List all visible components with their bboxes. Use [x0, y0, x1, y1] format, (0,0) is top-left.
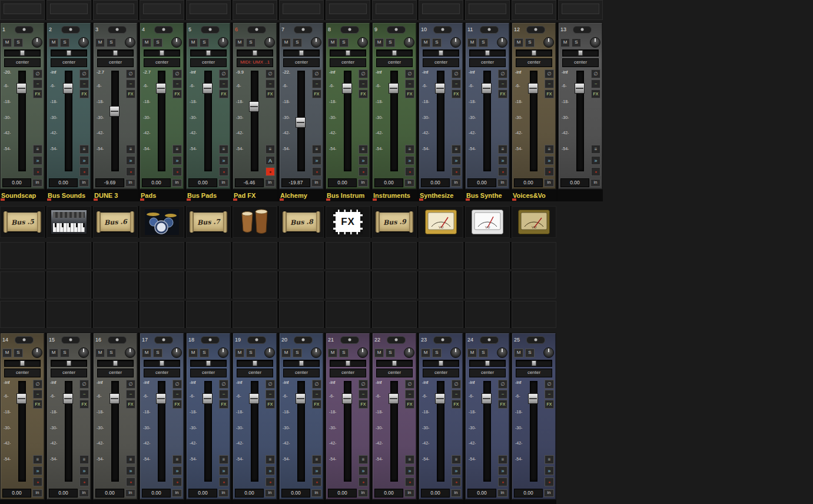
record-button[interactable]: ● — [219, 478, 228, 486]
solo-button[interactable]: S — [386, 38, 395, 47]
volume-fader[interactable] — [437, 71, 444, 171]
fx-button[interactable]: FX — [266, 89, 275, 98]
pan-knob[interactable] — [450, 347, 461, 358]
pan-slider-handle[interactable] — [160, 360, 165, 366]
monitor-button[interactable]: » — [359, 466, 368, 475]
solo-button[interactable]: S — [293, 38, 302, 47]
record-arm-pill[interactable] — [108, 26, 127, 34]
track-name-cell[interactable] — [419, 500, 463, 504]
monitor-button[interactable]: » — [498, 156, 507, 165]
pan-knob[interactable] — [218, 347, 228, 358]
volume-fader[interactable] — [111, 71, 119, 171]
mute-button[interactable]: M — [374, 38, 384, 47]
envelope-button[interactable]: ~ — [359, 79, 368, 88]
solo-button[interactable]: S — [525, 349, 535, 357]
track-icon-cell[interactable]: Bus .7 — [186, 206, 231, 238]
fx-button[interactable]: FX — [79, 89, 89, 98]
fx-button[interactable]: FX — [452, 400, 461, 409]
fader-handle[interactable] — [296, 117, 306, 128]
volume-readout[interactable]: 0.00 — [281, 489, 310, 498]
fader-handle[interactable] — [482, 83, 492, 94]
volume-readout[interactable]: 0.00 — [374, 489, 403, 498]
pan-knob[interactable] — [543, 347, 554, 358]
mute-button[interactable]: M — [328, 38, 337, 47]
volume-readout[interactable]: 0.00 — [421, 178, 450, 187]
record-arm-pill[interactable] — [526, 336, 545, 344]
envelope-button[interactable]: ~ — [79, 390, 89, 399]
record-arm-pill[interactable] — [480, 26, 499, 34]
track-name-cell[interactable] — [0, 500, 45, 504]
fader-handle[interactable] — [156, 83, 166, 94]
pan-knob[interactable] — [32, 37, 42, 48]
fader-handle[interactable] — [109, 106, 120, 117]
phase-button[interactable]: ∅ — [312, 380, 321, 389]
pan-knob[interactable] — [543, 37, 554, 48]
fader-handle[interactable] — [16, 83, 26, 94]
fx-button[interactable]: FX — [172, 400, 182, 409]
record-button[interactable]: ● — [126, 167, 135, 176]
fader-handle[interactable] — [249, 393, 259, 404]
fx-button[interactable]: FX — [498, 400, 507, 409]
volume-fader[interactable] — [204, 381, 212, 482]
phase-button[interactable]: ∅ — [126, 69, 135, 78]
routing-button[interactable]: ≡ — [79, 455, 89, 464]
volume-readout[interactable]: 0.00 — [95, 489, 124, 498]
pan-knob[interactable] — [404, 347, 414, 358]
record-button[interactable]: ● — [79, 478, 89, 486]
pan-slider-handle[interactable] — [113, 360, 118, 366]
fader-handle[interactable] — [63, 83, 73, 94]
solo-button[interactable]: S — [107, 38, 116, 47]
solo-button[interactable]: S — [200, 349, 209, 357]
fx-button[interactable]: FX — [452, 89, 461, 98]
mute-button[interactable]: M — [2, 349, 12, 357]
pan-slider-handle[interactable] — [253, 50, 258, 56]
input-button[interactable]: in — [79, 489, 89, 497]
pan-slider-handle[interactable] — [532, 360, 537, 366]
record-arm-pill[interactable] — [15, 336, 34, 344]
pan-slider[interactable] — [237, 360, 273, 367]
pan-slider-handle[interactable] — [113, 50, 118, 56]
input-button[interactable]: in — [358, 179, 368, 187]
envelope-button[interactable]: ~ — [405, 79, 414, 88]
envelope-button[interactable]: ~ — [498, 79, 507, 88]
mute-button[interactable]: M — [467, 349, 477, 357]
record-arm-pill[interactable] — [201, 336, 220, 344]
input-button[interactable]: in — [125, 179, 135, 187]
routing-button[interactable]: ≡ — [126, 455, 135, 464]
record-arm-pill[interactable] — [526, 26, 545, 34]
monitor-button[interactable]: » — [126, 156, 135, 165]
pan-slider[interactable] — [469, 360, 506, 367]
mute-button[interactable]: M — [49, 38, 58, 47]
track-name-cell[interactable]: Instruments — [372, 190, 417, 201]
envelope-button[interactable]: ~ — [33, 390, 42, 399]
routing-button[interactable]: ≡ — [33, 145, 42, 154]
mute-button[interactable]: M — [421, 38, 430, 47]
envelope-button[interactable]: ~ — [498, 390, 507, 399]
monitor-button[interactable]: » — [452, 156, 461, 165]
pan-slider[interactable] — [4, 49, 41, 57]
volume-fader[interactable] — [390, 71, 398, 171]
record-arm-pill[interactable] — [154, 336, 173, 344]
fx-button[interactable]: FX — [591, 89, 600, 98]
envelope-button[interactable]: ~ — [545, 390, 554, 399]
phase-button[interactable]: ∅ — [405, 380, 414, 389]
monitor-button[interactable]: » — [545, 466, 554, 475]
pan-knob[interactable] — [357, 347, 368, 358]
input-button[interactable]: in — [32, 179, 42, 187]
monitor-button[interactable]: » — [312, 156, 321, 165]
pan-knob[interactable] — [404, 37, 414, 48]
track-icon-cell[interactable]: VU — [465, 206, 510, 238]
track-name-cell[interactable]: DUNE 3 — [93, 190, 138, 201]
fader-handle[interactable] — [342, 393, 352, 404]
record-button[interactable]: ● — [172, 167, 182, 176]
monitor-button[interactable]: » — [545, 156, 554, 165]
fader-handle[interactable] — [389, 393, 399, 404]
routing-button[interactable]: ≡ — [545, 455, 554, 464]
fader-handle[interactable] — [156, 393, 166, 404]
routing-button[interactable]: ≡ — [405, 145, 414, 154]
mute-button[interactable]: M — [514, 349, 523, 357]
pan-knob[interactable] — [32, 347, 42, 358]
monitor-button[interactable]: » — [405, 466, 414, 475]
mute-button[interactable]: M — [95, 349, 105, 357]
pan-knob[interactable] — [171, 347, 182, 358]
